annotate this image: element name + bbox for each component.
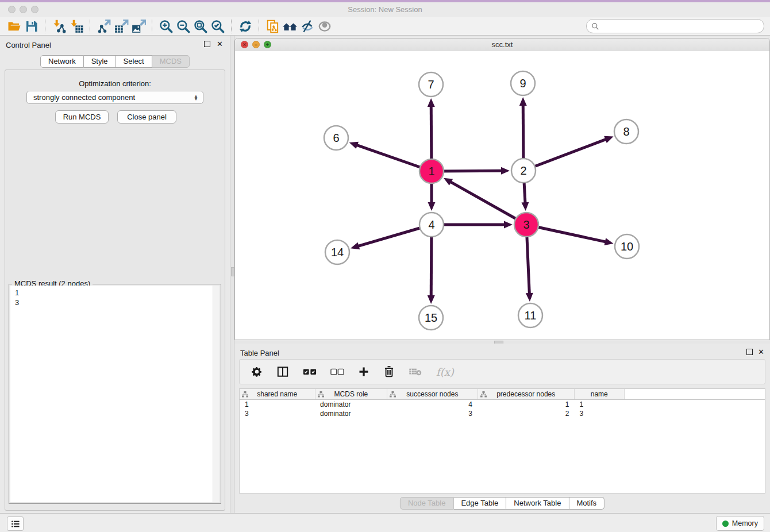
zoom-fit-icon[interactable] [192,18,209,34]
column-header-name[interactable]: name [574,389,624,400]
tree-icon [318,391,324,399]
graph-node-label: 11 [525,309,537,322]
node-table: shared nameMCDS rolesuccessor nodesprede… [240,389,765,418]
memory-status-icon [722,521,729,527]
status-bar: Memory [0,513,770,532]
memory-button[interactable]: Memory [716,516,764,531]
save-session-icon[interactable] [23,18,40,34]
mcds-result-line: 3 [15,298,220,307]
tree-icon [242,391,248,399]
table-row[interactable]: 1dominator411 [240,400,765,410]
edge-arrowhead-icon [526,293,533,302]
search-icon [591,22,599,30]
zoom-out-icon[interactable] [175,18,192,34]
delete-table-icon[interactable] [409,367,422,376]
zoom-selected-icon[interactable] [209,18,226,34]
columns-icon[interactable] [276,366,289,377]
select-all-checkboxes-icon[interactable] [303,367,317,376]
column-header-shared-name[interactable]: shared name [240,389,315,400]
import-table-icon[interactable] [68,18,85,34]
export-image-icon[interactable] [130,18,147,34]
export-network-icon[interactable] [95,18,113,34]
close-panel-icon[interactable]: ✕ [217,41,223,48]
optimization-criterion-label: Optimization criterion: [5,79,225,88]
graph-node-label: 8 [623,125,629,138]
table-cell[interactable]: 1 [240,400,315,410]
column-header-predecessor-nodes[interactable]: predecessor nodes [478,389,574,400]
network-window-titlebar: ✕ − + scc.txt [235,38,769,52]
tab-network-table[interactable]: Network Table [506,497,569,510]
table-row[interactable]: 3dominator323 [240,409,765,418]
column-header-MCDS-role[interactable]: MCDS role [315,389,387,400]
table-cell[interactable]: 2 [478,409,574,418]
graph-edge-3-1[interactable] [450,182,526,225]
graph-edge-2-8[interactable] [523,139,606,171]
table-cell[interactable]: 3 [387,409,478,418]
edge-arrowhead-icon [504,221,513,229]
network-views-icon[interactable] [282,18,299,34]
tab-style[interactable]: Style [84,55,116,68]
refresh-view-icon[interactable] [237,18,254,34]
float-panel-icon[interactable] [204,41,210,48]
toolbar-separator [45,20,46,33]
export-table-icon[interactable] [113,18,130,34]
graph-node-label: 1 [428,165,434,178]
add-row-icon[interactable] [358,366,369,377]
mcds-result-list[interactable]: 13 [10,286,220,502]
function-builder-icon[interactable]: f(x) [436,366,454,378]
tab-edge-table[interactable]: Edge Table [453,497,506,510]
graph-node-label: 3 [523,218,529,231]
table-cell[interactable]: 1 [574,400,624,410]
edge-arrowhead-icon [428,295,435,304]
search-field[interactable] [586,19,764,33]
show-view-icon[interactable] [316,18,333,34]
tab-node-table[interactable]: Node Table [400,497,454,510]
task-history-button[interactable] [7,516,24,531]
search-input[interactable] [602,22,759,31]
tab-motifs[interactable]: Motifs [569,497,605,510]
table-cell[interactable]: dominator [315,409,387,418]
table-cell[interactable]: 3 [240,409,315,418]
result-scrollbar[interactable] [213,286,220,502]
edge-arrowhead-icon [351,242,360,249]
edge-arrowhead-icon [428,202,436,211]
close-table-panel-icon[interactable]: ✕ [758,349,764,356]
mcds-panel: Optimization criterion: strongly connect… [5,70,225,511]
float-table-panel-icon[interactable] [746,349,753,356]
close-panel-button[interactable]: Close panel [117,110,176,124]
tab-network[interactable]: Network [40,55,84,68]
control-panel: Control Panel ✕ NetworkStyleSelectMCDS O… [0,36,230,513]
select-stepper-icon: ▲▼ [194,95,203,101]
network-view-window: ✕ − + scc.txt 1234678910111415 [234,38,770,340]
tree-icon [480,391,487,399]
table-cell[interactable]: 4 [387,400,478,410]
delete-row-icon[interactable] [383,365,395,378]
tab-select[interactable]: Select [116,55,152,68]
network-graph[interactable]: 1234678910111415 [235,51,769,340]
optimization-criterion-select[interactable]: strongly connected component ▲▼ [26,91,203,104]
deselect-all-checkboxes-icon[interactable] [330,367,344,376]
tab-mcds[interactable]: MCDS [152,55,190,68]
table-cell[interactable]: 1 [478,400,574,410]
vertical-splitter[interactable] [230,36,234,513]
toolbar-separator [90,20,91,33]
control-panel-title: Control Panel [6,41,51,49]
graph-node-label: 7 [428,78,434,91]
optimization-criterion-value: strongly connected component [33,93,135,102]
table-settings-icon[interactable] [251,366,263,377]
open-session-icon[interactable] [6,18,23,34]
table-cell[interactable]: dominator [315,400,387,410]
toggle-graphics-details-icon[interactable] [299,18,316,34]
edge-arrowhead-icon [521,202,529,211]
zoom-in-icon[interactable] [157,18,175,34]
copy-network-icon[interactable] [264,18,282,34]
edge-arrowhead-icon [349,142,359,149]
graph-node-label: 10 [621,240,633,253]
table-cell[interactable]: 3 [574,409,624,418]
list-icon [11,520,20,528]
column-header-successor-nodes[interactable]: successor nodes [387,389,478,400]
network-canvas[interactable]: 1234678910111415 [235,51,769,340]
run-mcds-button[interactable]: Run MCDS [55,110,109,124]
column-header-filler [624,389,765,400]
import-network-icon[interactable] [51,18,68,34]
